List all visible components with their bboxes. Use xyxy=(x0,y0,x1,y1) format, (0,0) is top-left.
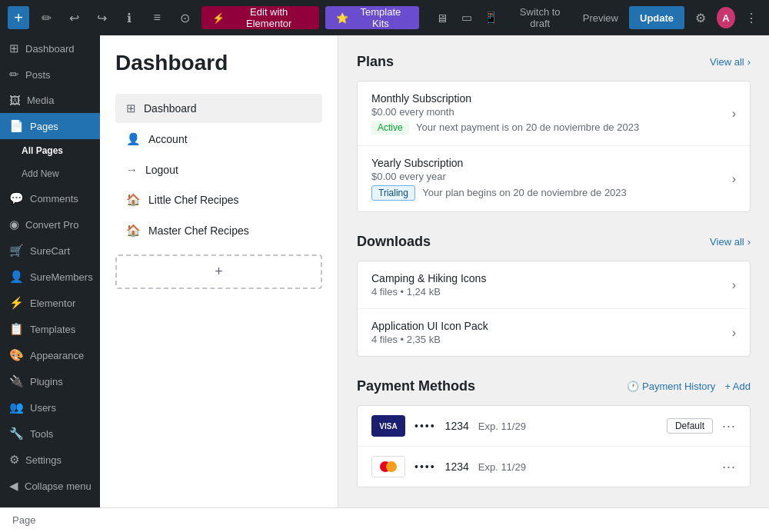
page-title: Dashboard xyxy=(115,51,322,75)
sidebar-item-label: Tools xyxy=(30,428,53,440)
sidebar-item-add-new[interactable]: Add New xyxy=(0,162,100,185)
sidebar-item-comments[interactable]: 💬 Comments xyxy=(0,185,100,211)
chevron-right-icon: › xyxy=(747,56,751,68)
yearly-price: $0.00 every year xyxy=(371,171,732,182)
download-row-camping[interactable]: Camping & Hiking Icons 4 files • 1,24 kB… xyxy=(358,261,750,309)
surecart-icon: 🛒 xyxy=(9,244,24,258)
yearly-status: Trialing Your plan begins on 20 de novie… xyxy=(371,185,732,201)
payment-row-mastercard: •••• 1234 Exp. 11/29 ··· xyxy=(358,447,750,487)
sidebar-item-users[interactable]: 👥 Users xyxy=(0,394,100,421)
posts-icon: ✏ xyxy=(9,68,19,81)
sidebar-item-collapse[interactable]: ◀ Collapse menu xyxy=(0,473,100,499)
view-icons: 🖥 ▭ 📱 xyxy=(431,7,502,28)
settings-icon: ⚙ xyxy=(9,453,19,467)
pages-submenu: All Pages Add New xyxy=(0,139,100,185)
yearly-title: Yearly Subscription xyxy=(371,157,732,169)
nav-item-logout[interactable]: → Logout xyxy=(115,155,322,184)
mobile-view-button[interactable]: 📱 xyxy=(481,7,502,28)
camping-title: Camping & Hiking Icons xyxy=(371,272,732,284)
sidebar-item-settings[interactable]: ⚙ Settings xyxy=(0,447,100,473)
admin-bar-right: Switch to draft Preview Update ⚙ A ⋮ xyxy=(508,6,761,29)
mc-right-circle xyxy=(386,461,397,472)
template-kits-icon: ⭐ xyxy=(336,12,348,24)
sidebar-item-label: Users xyxy=(30,402,56,414)
sidebar-item-label: Media xyxy=(27,95,54,106)
sidebar-item-dashboard[interactable]: ⊞ Dashboard xyxy=(0,35,100,62)
monthly-status: Active Your next payment is on 20 de nov… xyxy=(371,121,732,135)
payment-history-link[interactable]: 🕐 Payment History xyxy=(627,381,715,392)
sidebar-item-templates[interactable]: 📋 Templates xyxy=(0,316,100,342)
downloads-view-all-link[interactable]: View all › xyxy=(710,236,751,248)
visa-icon: VISA xyxy=(371,415,405,437)
template-kits-button[interactable]: ⭐ Template Kits xyxy=(325,6,418,29)
more-options-button[interactable]: ⋮ xyxy=(741,6,761,29)
visa-more-button[interactable]: ··· xyxy=(722,418,736,434)
ui-pack-arrow-icon: › xyxy=(732,326,736,340)
sidebar-item-surecart[interactable]: 🛒 SureCart xyxy=(0,238,100,264)
sidebar-item-convert-pro[interactable]: ◉ Convert Pro xyxy=(0,211,100,238)
nav-item-little-chef[interactable]: 🏠 Little Chef Recipes xyxy=(115,185,322,214)
download-row-ui-pack[interactable]: Application UI Icon Pack 4 files • 2,35 … xyxy=(358,309,750,356)
nav-item-label: Account xyxy=(148,133,188,145)
edit-with-elementor-button[interactable]: ⚡ Edit with Elementor xyxy=(201,6,319,29)
info-icon[interactable]: ℹ xyxy=(118,6,140,29)
sidebar-item-media[interactable]: 🖼 Media xyxy=(0,88,100,113)
suremembers-icon: 👤 xyxy=(9,270,24,284)
update-button[interactable]: Update xyxy=(629,6,684,29)
desktop-view-button[interactable]: 🖥 xyxy=(431,7,453,28)
nav-item-account[interactable]: 👤 Account xyxy=(115,125,322,154)
bottom-bar: Page xyxy=(0,507,769,532)
circle-icon[interactable]: ⊙ xyxy=(174,6,195,29)
nav-item-master-chef[interactable]: 🏠 Master Chef Recipes xyxy=(115,216,322,245)
responsive-icon[interactable]: ≡ xyxy=(146,6,168,29)
sidebar-item-all-pages[interactable]: All Pages xyxy=(0,139,100,162)
avatar[interactable]: A xyxy=(717,7,735,28)
sidebar-item-label: SureMembers xyxy=(30,271,93,283)
monthly-title: Monthly Subscription xyxy=(371,92,732,105)
payment-methods-section: Payment Methods 🕐 Payment History + Add … xyxy=(357,378,751,487)
pencil-icon[interactable]: ✏ xyxy=(35,6,57,29)
add-payment-link[interactable]: + Add xyxy=(724,381,751,392)
add-button[interactable]: + xyxy=(8,6,29,29)
sidebar-item-pages[interactable]: 📄 Pages xyxy=(0,113,100,139)
templates-icon: 📋 xyxy=(9,322,24,336)
plans-title: Plans xyxy=(357,54,394,70)
nav-item-label: Logout xyxy=(145,164,178,176)
camping-arrow-icon: › xyxy=(732,278,736,292)
sidebar-item-suremembers[interactable]: 👤 SureMembers xyxy=(0,264,100,290)
mc-dots: •••• xyxy=(414,461,436,473)
sidebar-item-elementor[interactable]: ⚡ Elementor xyxy=(0,290,100,316)
plans-view-all-link[interactable]: View all › xyxy=(710,56,751,68)
yearly-content: Yearly Subscription $0.00 every year Tri… xyxy=(371,157,732,201)
switch-to-draft-button[interactable]: Switch to draft xyxy=(508,6,572,29)
appearance-icon: 🎨 xyxy=(9,348,24,362)
downloads-card: Camping & Hiking Icons 4 files • 1,24 kB… xyxy=(357,261,751,357)
nav-add-button[interactable]: + xyxy=(115,254,322,289)
chevron-right-icon: › xyxy=(747,236,751,248)
payment-row-visa: VISA •••• 1234 Exp. 11/29 Default ··· xyxy=(358,406,750,447)
redo-icon[interactable]: ↪ xyxy=(91,6,112,29)
yearly-next-payment: Your plan begins on 20 de noviembre de 2… xyxy=(422,187,627,198)
sidebar-item-tools[interactable]: 🔧 Tools xyxy=(0,421,100,447)
sidebar-item-label: Plugins xyxy=(30,376,63,387)
nav-item-label: Little Chef Recipes xyxy=(148,194,239,206)
visa-last4: 1234 xyxy=(445,420,469,432)
yearly-arrow-icon: › xyxy=(732,172,736,186)
tablet-view-button[interactable]: ▭ xyxy=(456,7,478,28)
monthly-subscription-row[interactable]: Monthly Subscription $0.00 every month A… xyxy=(358,81,750,146)
yearly-subscription-row[interactable]: Yearly Subscription $0.00 every year Tri… xyxy=(358,146,750,211)
mc-more-button[interactable]: ··· xyxy=(722,459,736,475)
comments-icon: 💬 xyxy=(9,191,24,205)
nav-item-dashboard[interactable]: ⊞ Dashboard xyxy=(115,94,322,123)
undo-icon[interactable]: ↩ xyxy=(63,6,85,29)
mc-last4: 1234 xyxy=(445,461,469,473)
users-icon: 👥 xyxy=(9,401,24,414)
little-chef-nav-icon: 🏠 xyxy=(126,193,141,207)
sidebar-item-posts[interactable]: ✏ Posts xyxy=(0,62,100,88)
sidebar: ⊞ Dashboard ✏ Posts 🖼 Media 📄 Pages All … xyxy=(0,35,100,507)
sidebar-item-appearance[interactable]: 🎨 Appearance xyxy=(0,342,100,368)
sidebar-item-label: Convert Pro xyxy=(25,219,78,231)
gear-settings-button[interactable]: ⚙ xyxy=(691,6,711,29)
preview-button[interactable]: Preview xyxy=(578,12,623,24)
sidebar-item-plugins[interactable]: 🔌 Plugins xyxy=(0,368,100,394)
